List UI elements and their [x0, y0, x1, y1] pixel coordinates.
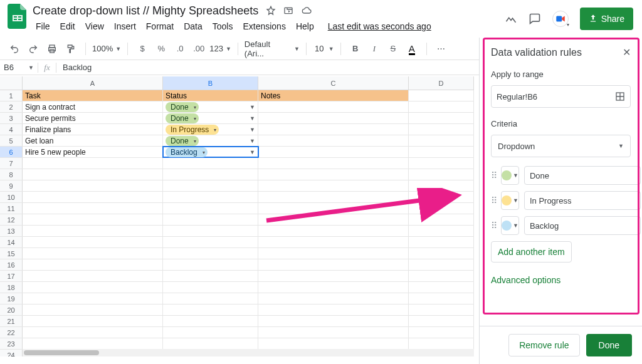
spreadsheet-grid[interactable]: A B C D 1 Task Status Notes 2 Sign a con…: [0, 76, 474, 356]
cell[interactable]: [409, 147, 474, 157]
cell[interactable]: [409, 169, 474, 180]
cloud-status-icon[interactable]: [301, 6, 312, 16]
cell[interactable]: Notes: [258, 90, 409, 101]
row-header[interactable]: 13: [0, 226, 23, 236]
select-all-corner[interactable]: [0, 76, 23, 90]
cell[interactable]: [23, 282, 163, 293]
option-value-input[interactable]: [524, 191, 641, 210]
dropdown-cell[interactable]: Backlog▼: [163, 147, 258, 157]
cell[interactable]: [23, 259, 163, 270]
cell[interactable]: [23, 237, 163, 247]
row-header[interactable]: 5: [0, 135, 23, 146]
cell[interactable]: [163, 169, 258, 180]
row-header[interactable]: 19: [0, 293, 23, 304]
cell[interactable]: [258, 259, 409, 270]
currency-icon[interactable]: $: [134, 41, 150, 57]
cell[interactable]: [409, 113, 474, 123]
meet-icon[interactable]: ▾: [552, 11, 569, 27]
cell[interactable]: [258, 203, 409, 214]
cell[interactable]: [163, 293, 258, 304]
row-header[interactable]: 14: [0, 237, 23, 247]
move-icon[interactable]: [283, 6, 293, 16]
cell[interactable]: [409, 304, 474, 315]
row-header[interactable]: 24: [0, 350, 23, 356]
row-header[interactable]: 16: [0, 259, 23, 270]
comments-icon[interactable]: [529, 13, 541, 25]
cell[interactable]: [23, 158, 163, 169]
col-header-B[interactable]: B: [163, 76, 258, 90]
cell[interactable]: [163, 304, 258, 315]
paint-format-icon[interactable]: [63, 41, 79, 57]
cell[interactable]: [23, 226, 163, 236]
cell[interactable]: [163, 158, 258, 169]
option-value-input[interactable]: [524, 216, 641, 235]
cell[interactable]: [163, 316, 258, 326]
number-format-select[interactable]: 123▼: [209, 44, 231, 53]
cell[interactable]: [258, 338, 409, 349]
add-item-button[interactable]: Add another item: [491, 241, 572, 263]
cell[interactable]: [23, 338, 163, 349]
formula-value[interactable]: Backlog: [56, 63, 98, 72]
cell[interactable]: [409, 180, 474, 191]
cell[interactable]: Task: [23, 90, 163, 101]
color-picker[interactable]: ▼: [501, 166, 519, 185]
cell[interactable]: [409, 327, 474, 338]
cell[interactable]: [163, 338, 258, 349]
option-value-input[interactable]: [524, 166, 641, 185]
cell[interactable]: [409, 203, 474, 214]
italic-icon[interactable]: I: [366, 41, 382, 57]
name-box[interactable]: B6▼: [0, 63, 38, 72]
cell[interactable]: [258, 147, 409, 157]
cell[interactable]: [163, 237, 258, 247]
star-icon[interactable]: [266, 6, 276, 16]
cell[interactable]: [409, 237, 474, 247]
criteria-select[interactable]: Dropdown▼: [491, 135, 631, 157]
dropdown-cell[interactable]: In Progress▼: [163, 124, 258, 135]
cell[interactable]: [409, 248, 474, 259]
cell[interactable]: Secure permits: [23, 113, 163, 123]
col-header-A[interactable]: A: [23, 76, 163, 90]
cell[interactable]: [163, 226, 258, 236]
cell[interactable]: [409, 226, 474, 236]
last-edit-link[interactable]: Last edit was seconds ago: [325, 20, 434, 33]
cell[interactable]: Status: [163, 90, 258, 101]
row-header[interactable]: 10: [0, 192, 23, 202]
menu-edit[interactable]: Edit: [57, 20, 78, 33]
menu-insert[interactable]: Insert: [111, 20, 139, 33]
cell[interactable]: [23, 248, 163, 259]
cell[interactable]: Finalize plans: [23, 124, 163, 135]
col-header-D[interactable]: D: [409, 76, 474, 90]
advanced-options-link[interactable]: Advanced options: [491, 273, 631, 288]
print-icon[interactable]: [44, 41, 60, 57]
horizontal-scrollbar[interactable]: [23, 349, 474, 356]
cell[interactable]: [23, 293, 163, 304]
cell[interactable]: [258, 124, 409, 135]
cell[interactable]: [409, 124, 474, 135]
cell[interactable]: [409, 338, 474, 349]
row-header[interactable]: 3: [0, 113, 23, 123]
more-icon[interactable]: ⋯: [433, 41, 450, 57]
cell[interactable]: [163, 203, 258, 214]
menu-format[interactable]: Format: [143, 20, 177, 33]
strikethrough-icon[interactable]: S: [385, 41, 401, 57]
grid-picker-icon[interactable]: [615, 91, 625, 101]
cell[interactable]: [23, 316, 163, 326]
share-button[interactable]: Share: [580, 8, 633, 30]
cell[interactable]: [409, 293, 474, 304]
cell[interactable]: [163, 282, 258, 293]
cell[interactable]: [258, 282, 409, 293]
cell[interactable]: [258, 214, 409, 225]
range-input[interactable]: Regular!B6: [491, 85, 631, 108]
color-picker[interactable]: ▼: [501, 216, 519, 235]
cell[interactable]: Get loan: [23, 135, 163, 146]
cell[interactable]: [258, 316, 409, 326]
cell[interactable]: [23, 327, 163, 338]
cell[interactable]: [23, 304, 163, 315]
percent-icon[interactable]: %: [153, 41, 169, 57]
cell[interactable]: [163, 248, 258, 259]
cell[interactable]: [23, 214, 163, 225]
cell[interactable]: [23, 169, 163, 180]
row-header[interactable]: 2: [0, 101, 23, 112]
row-header[interactable]: 21: [0, 316, 23, 326]
row-header[interactable]: 7: [0, 158, 23, 169]
